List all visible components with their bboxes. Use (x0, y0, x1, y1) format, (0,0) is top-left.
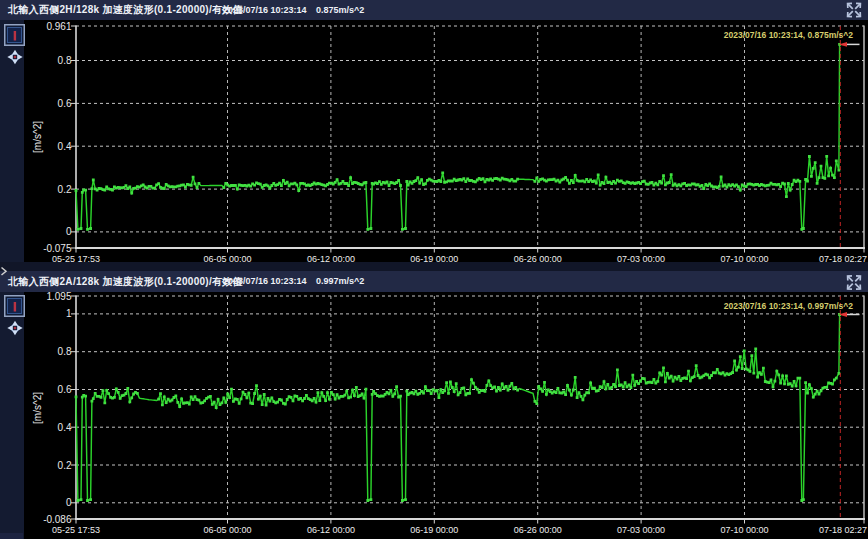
svg-text:2023/07/16 10:23:14, 0.997m/s^: 2023/07/16 10:23:14, 0.997m/s^2 (724, 301, 854, 311)
svg-text:0.8: 0.8 (58, 55, 72, 66)
svg-text:0.961: 0.961 (46, 21, 71, 32)
svg-text:0: 0 (66, 226, 72, 237)
svg-text:06-19 00:00: 06-19 00:00 (410, 525, 458, 535)
svg-text:06-05 00:00: 06-05 00:00 (203, 525, 251, 535)
svg-text:07-10 00:00: 07-10 00:00 (720, 254, 768, 264)
svg-text:1.095: 1.095 (46, 291, 71, 302)
svg-text:0.2: 0.2 (58, 460, 72, 471)
svg-text:0: 0 (66, 497, 72, 508)
svg-text:0.2: 0.2 (58, 184, 72, 195)
svg-text:0.4: 0.4 (58, 422, 72, 433)
svg-text:07-10 00:00: 07-10 00:00 (720, 525, 768, 535)
svg-text:07-03 00:00: 07-03 00:00 (617, 254, 665, 264)
svg-text:07-03 00:00: 07-03 00:00 (617, 525, 665, 535)
svg-text:05-25 17:53: 05-25 17:53 (52, 525, 100, 535)
svg-text:[m/s^2]: [m/s^2] (32, 392, 43, 424)
svg-text:05-25 17:53: 05-25 17:53 (52, 254, 100, 264)
svg-text:06-05 00:00: 06-05 00:00 (203, 254, 251, 264)
svg-text:07-18 02:27: 07-18 02:27 (819, 525, 867, 535)
svg-text:0.4: 0.4 (58, 141, 72, 152)
svg-text:06-26 00:00: 06-26 00:00 (514, 254, 562, 264)
svg-text:-0.086: -0.086 (43, 514, 72, 525)
svg-text:2023/07/16 10:23:14, 0.875m/s^: 2023/07/16 10:23:14, 0.875m/s^2 (724, 30, 854, 40)
svg-text:06-19 00:00: 06-19 00:00 (410, 254, 458, 264)
svg-text:07-18 02:27: 07-18 02:27 (819, 254, 867, 264)
svg-text:06-12 00:00: 06-12 00:00 (307, 525, 355, 535)
svg-text:06-12 00:00: 06-12 00:00 (307, 254, 355, 264)
svg-text:06-26 00:00: 06-26 00:00 (514, 525, 562, 535)
svg-text:0.6: 0.6 (58, 384, 72, 395)
svg-text:[m/s^2]: [m/s^2] (32, 121, 43, 153)
svg-text:0.6: 0.6 (58, 98, 72, 109)
svg-text:1: 1 (66, 308, 72, 319)
svg-text:0.8: 0.8 (58, 346, 72, 357)
svg-text:-0.075: -0.075 (43, 243, 72, 254)
